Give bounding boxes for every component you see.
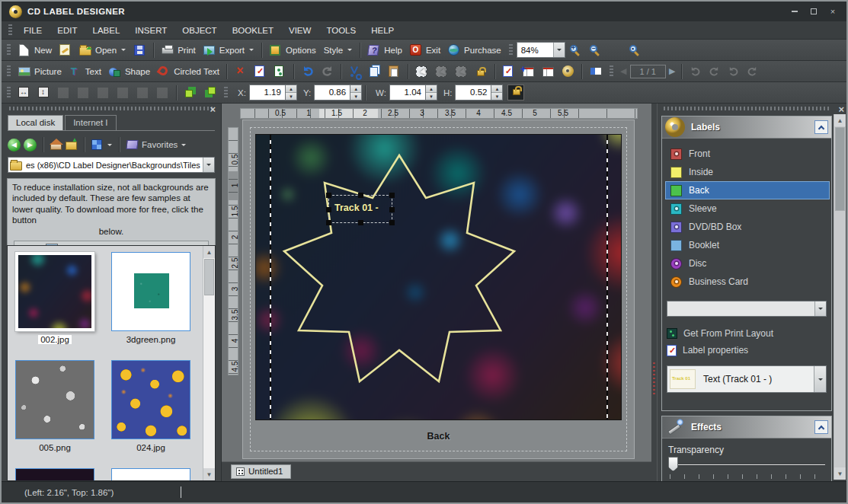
thumbnail-005[interactable]: 005.png xyxy=(12,360,98,453)
backgrounds-panel-close-icon[interactable]: × xyxy=(210,106,216,113)
rotate-left-button[interactable] xyxy=(686,63,705,79)
label-variant-dropdown-button[interactable] xyxy=(814,301,826,316)
height-spin-down[interactable]: ▼ xyxy=(491,93,502,100)
label-item-sleeve[interactable]: Sleeve xyxy=(665,199,830,218)
redo-button[interactable] xyxy=(318,63,338,80)
properties-panel-close-icon[interactable]: × xyxy=(838,106,844,113)
thumbnail-partial-right-preview[interactable] xyxy=(111,468,190,481)
flip-horizontal-button[interactable] xyxy=(724,63,743,79)
select-tool-button[interactable] xyxy=(412,63,432,80)
scroll-down-icon[interactable]: ▼ xyxy=(203,468,215,480)
selected-text-object[interactable]: Track 01 - xyxy=(334,203,379,213)
label-properties-link[interactable]: Label properties xyxy=(662,342,831,359)
bring-to-front-button[interactable] xyxy=(181,85,200,101)
selection-handle-s[interactable] xyxy=(358,220,363,225)
undo-button[interactable] xyxy=(298,63,318,80)
menu-edit[interactable]: EDIT xyxy=(50,24,85,37)
scrollbar-thumb[interactable] xyxy=(204,259,214,295)
thumbnail-024-preview[interactable] xyxy=(111,360,190,439)
selection-handle-sw[interactable] xyxy=(326,220,331,225)
object-selector-combobox[interactable]: Text (Track 01 - ) xyxy=(667,365,827,393)
transparency-slider[interactable] xyxy=(668,457,825,474)
send-to-back-button[interactable] xyxy=(200,85,220,101)
favorites-caret[interactable] xyxy=(181,144,186,148)
labels-collapse-button[interactable] xyxy=(814,120,828,134)
thumbnail-024[interactable]: 024.jpg xyxy=(108,360,194,453)
same-width-button[interactable] xyxy=(133,85,153,101)
zoom-out-button[interactable] xyxy=(585,42,605,59)
path-combobox[interactable]: es (x86)\CD Label Designer\Backgrounds\T… xyxy=(8,157,215,173)
menu-tools[interactable]: TOOLS xyxy=(318,24,363,37)
insert-shape-button[interactable]: Shape xyxy=(105,63,154,80)
insert-table-button[interactable] xyxy=(519,63,539,80)
zoom-actual-size-button[interactable] xyxy=(625,42,645,59)
label-item-back[interactable]: Back xyxy=(665,181,830,199)
width-spin-up[interactable]: ▲ xyxy=(426,85,437,93)
select-region-button[interactable] xyxy=(452,63,472,80)
x-spin-up[interactable]: ▲ xyxy=(286,85,296,93)
y-field[interactable]: 0.86▲▼ xyxy=(314,85,362,100)
label-item-inside[interactable]: Inside xyxy=(665,163,830,181)
panel-drag-handle[interactable] xyxy=(664,107,831,110)
cd-info-button[interactable] xyxy=(558,63,578,80)
menu-help[interactable]: HELP xyxy=(363,24,402,37)
wizard-button[interactable] xyxy=(56,42,75,59)
nav-forward-button[interactable]: ▶ xyxy=(24,139,37,152)
x-spin-down[interactable]: ▼ xyxy=(286,93,296,100)
selection-handle-w[interactable] xyxy=(326,207,331,212)
toolbar-grip[interactable] xyxy=(509,44,513,56)
y-spin-down[interactable]: ▼ xyxy=(350,93,361,100)
label-variant-combobox[interactable] xyxy=(667,301,827,317)
insert-picture-button[interactable]: Picture xyxy=(14,63,66,80)
style-button[interactable]: Style xyxy=(320,43,357,57)
toolbar-grip[interactable] xyxy=(224,87,228,98)
copy-button[interactable] xyxy=(365,63,385,80)
selection-handle-nw[interactable] xyxy=(326,193,331,198)
style-dropdown-caret[interactable] xyxy=(347,49,352,53)
align-bottom-button[interactable] xyxy=(114,85,133,101)
exit-button[interactable]: OExit xyxy=(406,42,444,59)
save-button[interactable] xyxy=(130,42,150,59)
paste-special-button[interactable] xyxy=(499,63,519,80)
minimize-button[interactable] xyxy=(789,6,801,17)
delete-object-button[interactable]: × xyxy=(231,63,251,80)
toolbar-grip[interactable] xyxy=(610,65,613,77)
labels-section-header[interactable]: Labels xyxy=(662,116,831,139)
selection-handle-se[interactable] xyxy=(389,220,395,225)
align-top-button[interactable] xyxy=(94,85,114,101)
label-artwork[interactable]: Track 01 - xyxy=(255,134,622,420)
same-height-button[interactable] xyxy=(153,85,173,101)
thumbnails-scrollbar[interactable]: ▲ ▼ xyxy=(203,246,215,480)
x-value[interactable]: 1.19 xyxy=(249,85,286,100)
toggle-panels-button[interactable] xyxy=(586,63,606,80)
right-splitter[interactable] xyxy=(651,104,657,483)
nav-home-button[interactable] xyxy=(50,139,62,151)
open-button[interactable]: Open xyxy=(75,42,130,59)
help-button[interactable]: Help xyxy=(364,42,406,59)
thumbnail-partial-left[interactable] xyxy=(12,468,98,481)
align-right-button[interactable] xyxy=(74,85,94,101)
text-object-selection[interactable]: Track 01 - xyxy=(328,195,392,223)
thumbnail-3dgreen[interactable]: 3dgreen.png xyxy=(108,252,194,345)
view-mode-button[interactable] xyxy=(91,139,104,151)
toolbar-grip[interactable] xyxy=(7,87,11,98)
label-item-front[interactable]: Front xyxy=(665,145,830,163)
center-horizontal-button[interactable] xyxy=(14,85,34,101)
purchase-button[interactable]: Purchase xyxy=(444,42,505,59)
get-from-print-layout-link[interactable]: Get From Print Layout xyxy=(662,325,831,342)
effects-section-header[interactable]: Effects xyxy=(662,416,831,439)
paste-button[interactable] xyxy=(385,63,405,80)
scrollbar-thumb[interactable] xyxy=(835,127,845,211)
selection-handle-e[interactable] xyxy=(389,207,395,212)
star-shape-object[interactable] xyxy=(256,135,622,420)
slider-track[interactable] xyxy=(668,464,825,466)
height-field[interactable]: 0.52▲▼ xyxy=(455,85,503,100)
object-properties-button[interactable] xyxy=(251,63,270,80)
label-item-dvd-bd-box[interactable]: DVD/BD Box xyxy=(665,218,830,236)
thumbnail-002[interactable]: 002.jpg xyxy=(12,252,98,345)
y-spin-up[interactable]: ▲ xyxy=(350,85,361,93)
next-page-button[interactable]: ▶ xyxy=(666,66,678,76)
center-vertical-button[interactable] xyxy=(34,85,54,101)
export-dropdown-caret[interactable] xyxy=(249,49,254,53)
toolbar-grip[interactable] xyxy=(7,44,11,56)
